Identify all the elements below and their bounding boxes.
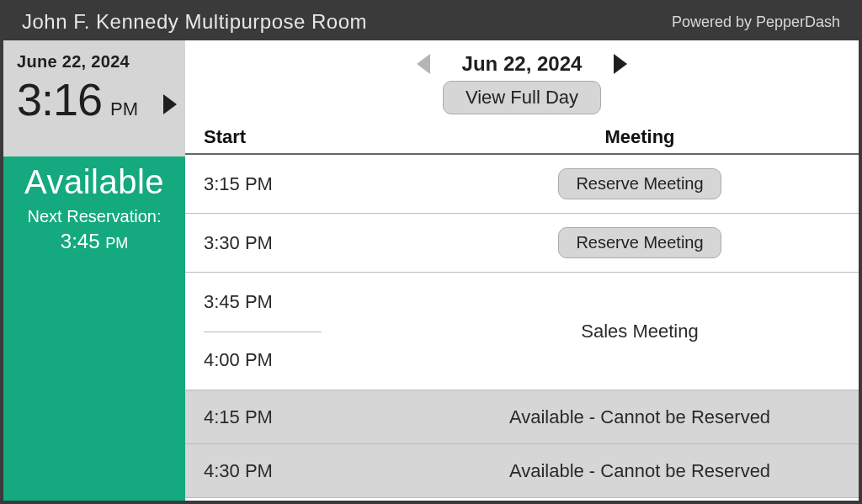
- header-start: Start: [204, 126, 439, 148]
- sidebar: June 22, 2024 3:16 PM Available Next Res…: [3, 40, 185, 501]
- slot-time: 4:00 PM: [204, 349, 439, 371]
- clock-panel: June 22, 2024 3:16 PM: [3, 40, 185, 157]
- slot-time: 4:30 PM: [204, 460, 439, 482]
- powered-by: Powered by PepperDash: [672, 13, 840, 31]
- slot-divider: [204, 332, 322, 332]
- schedule-table: Start Meeting 3:15 PM Reserve Meeting 3:…: [185, 126, 859, 501]
- availability-status: Available: [3, 163, 185, 200]
- status-panel: Available Next Reservation: 3:45 PM: [3, 157, 185, 501]
- next-reservation-time: 3:45 PM: [3, 230, 185, 253]
- schedule-date: Jun 22, 2024: [462, 52, 583, 76]
- schedule-row: 3:15 PM Reserve Meeting: [185, 155, 859, 214]
- slot-action: Reserve Meeting: [439, 168, 840, 199]
- slot-status: Available - Cannot be Reserved: [439, 460, 840, 482]
- view-full-day-button[interactable]: View Full Day: [443, 81, 601, 114]
- date-nav: Jun 22, 2024: [185, 40, 859, 81]
- slot-time: 3:45 PM: [204, 291, 439, 313]
- time-ampm: PM: [110, 98, 138, 120]
- main-panel: Jun 22, 2024 View Full Day Start Meeting…: [185, 40, 859, 501]
- reserve-meeting-button[interactable]: Reserve Meeting: [558, 227, 721, 258]
- slot-time: 3:15 PM: [204, 173, 439, 195]
- slot-time: 4:15 PM: [204, 406, 439, 428]
- prev-day-icon[interactable]: [417, 54, 430, 74]
- schedule-row: 3:30 PM Reserve Meeting: [185, 214, 859, 273]
- next-reservation-label: Next Reservation:: [3, 207, 185, 226]
- time-value: 3:16: [17, 73, 102, 125]
- next-time-ampm: PM: [105, 235, 128, 252]
- slot-status: Available - Cannot be Reserved: [439, 406, 840, 428]
- slot-action: Reserve Meeting: [439, 227, 840, 258]
- current-date: June 22, 2024: [17, 52, 172, 72]
- reserve-meeting-button[interactable]: Reserve Meeting: [558, 168, 721, 199]
- schedule-row: 4:30 PM Available - Cannot be Reserved: [185, 444, 859, 498]
- header-meeting: Meeting: [439, 126, 840, 148]
- expand-sidebar-icon[interactable]: [163, 94, 177, 114]
- current-time: 3:16 PM: [17, 73, 172, 125]
- slot-meeting: Sales Meeting: [439, 273, 840, 390]
- slot-time: 3:30 PM: [204, 232, 439, 254]
- slot-times: 3:45 PM 4:00 PM: [204, 273, 439, 390]
- title-bar: John F. Kennedy Multipurpose Room Powere…: [3, 3, 859, 40]
- room-name: John F. Kennedy Multipurpose Room: [22, 10, 367, 34]
- schedule-row: 4:15 PM Available - Cannot be Reserved: [185, 390, 859, 444]
- view-full-day-wrap: View Full Day: [185, 81, 859, 114]
- next-day-icon[interactable]: [614, 54, 627, 74]
- schedule-row: 3:45 PM 4:00 PM Sales Meeting: [185, 273, 859, 390]
- content: June 22, 2024 3:16 PM Available Next Res…: [3, 40, 859, 501]
- schedule-header: Start Meeting: [185, 126, 859, 155]
- next-time-value: 3:45: [61, 230, 100, 252]
